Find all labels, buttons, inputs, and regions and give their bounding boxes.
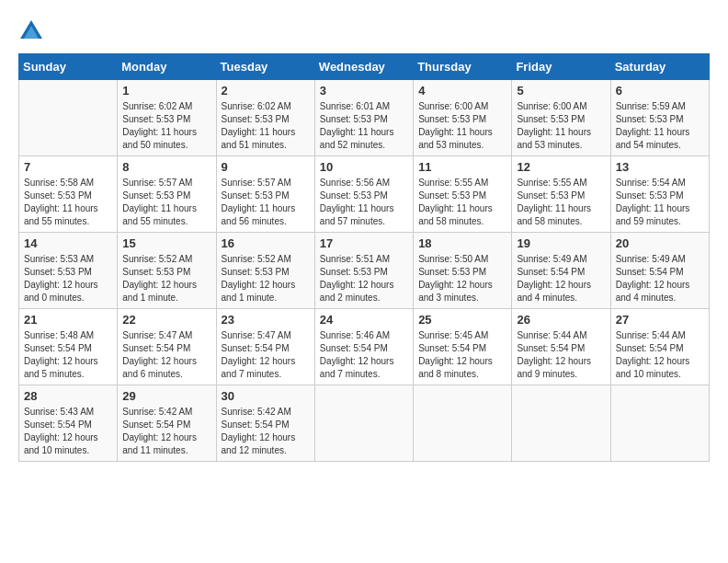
day-info: Sunrise: 5:49 AM Sunset: 5:54 PM Dayligh… [616, 253, 704, 304]
day-header-friday: Friday [512, 54, 610, 80]
calendar-cell: 6Sunrise: 5:59 AM Sunset: 5:53 PM Daylig… [610, 80, 709, 156]
day-number: 15 [122, 236, 210, 250]
day-info: Sunrise: 5:46 AM Sunset: 5:54 PM Dayligh… [320, 329, 408, 381]
day-number: 24 [320, 313, 408, 327]
day-info: Sunrise: 5:55 AM Sunset: 5:53 PM Dayligh… [418, 177, 506, 228]
day-number: 4 [418, 84, 506, 98]
calendar-cell: 4Sunrise: 6:00 AM Sunset: 5:53 PM Daylig… [414, 80, 512, 156]
calendar-cell: 14Sunrise: 5:53 AM Sunset: 5:53 PM Dayli… [19, 233, 118, 309]
day-info: Sunrise: 5:57 AM Sunset: 5:53 PM Dayligh… [222, 177, 310, 228]
logo [18, 18, 48, 44]
calendar-cell: 21Sunrise: 5:48 AM Sunset: 5:54 PM Dayli… [19, 309, 118, 385]
header-row: SundayMondayTuesdayWednesdayThursdayFrid… [19, 54, 710, 80]
day-info: Sunrise: 5:51 AM Sunset: 5:53 PM Dayligh… [320, 253, 408, 304]
day-info: Sunrise: 5:47 AM Sunset: 5:54 PM Dayligh… [222, 329, 310, 381]
day-info: Sunrise: 5:52 AM Sunset: 5:53 PM Dayligh… [122, 253, 210, 304]
day-info: Sunrise: 5:42 AM Sunset: 5:54 PM Dayligh… [122, 406, 210, 457]
day-header-sunday: Sunday [19, 54, 118, 80]
day-info: Sunrise: 6:01 AM Sunset: 5:53 PM Dayligh… [320, 100, 408, 152]
day-info: Sunrise: 5:52 AM Sunset: 5:53 PM Dayligh… [222, 253, 310, 304]
day-info: Sunrise: 5:47 AM Sunset: 5:54 PM Dayligh… [122, 329, 210, 381]
day-info: Sunrise: 5:58 AM Sunset: 5:53 PM Dayligh… [24, 177, 112, 228]
day-info: Sunrise: 5:57 AM Sunset: 5:53 PM Dayligh… [122, 177, 210, 228]
day-number: 19 [517, 236, 605, 250]
day-info: Sunrise: 6:02 AM Sunset: 5:53 PM Dayligh… [222, 100, 310, 152]
day-info: Sunrise: 5:50 AM Sunset: 5:53 PM Dayligh… [418, 253, 506, 304]
calendar-cell: 22Sunrise: 5:47 AM Sunset: 5:54 PM Dayli… [118, 309, 216, 385]
week-row-4: 21Sunrise: 5:48 AM Sunset: 5:54 PM Dayli… [19, 309, 710, 385]
day-number: 20 [616, 236, 704, 250]
calendar-cell: 1Sunrise: 6:02 AM Sunset: 5:53 PM Daylig… [118, 80, 216, 156]
week-row-2: 7Sunrise: 5:58 AM Sunset: 5:53 PM Daylig… [19, 156, 710, 233]
calendar-cell: 24Sunrise: 5:46 AM Sunset: 5:54 PM Dayli… [314, 309, 413, 385]
day-info: Sunrise: 5:59 AM Sunset: 5:53 PM Dayligh… [616, 100, 704, 152]
day-info: Sunrise: 5:48 AM Sunset: 5:54 PM Dayligh… [24, 329, 112, 381]
calendar-cell: 28Sunrise: 5:43 AM Sunset: 5:54 PM Dayli… [19, 385, 118, 462]
calendar-cell: 8Sunrise: 5:57 AM Sunset: 5:53 PM Daylig… [118, 156, 216, 233]
day-info: Sunrise: 6:00 AM Sunset: 5:53 PM Dayligh… [517, 100, 605, 152]
calendar-cell: 11Sunrise: 5:55 AM Sunset: 5:53 PM Dayli… [414, 156, 512, 233]
calendar-cell: 30Sunrise: 5:42 AM Sunset: 5:54 PM Dayli… [216, 385, 314, 462]
day-info: Sunrise: 5:42 AM Sunset: 5:54 PM Dayligh… [222, 406, 310, 457]
calendar-cell: 27Sunrise: 5:44 AM Sunset: 5:54 PM Dayli… [610, 309, 709, 385]
day-number: 12 [517, 160, 605, 174]
day-number: 26 [517, 313, 605, 327]
day-info: Sunrise: 6:02 AM Sunset: 5:53 PM Dayligh… [122, 100, 210, 152]
day-number: 28 [24, 389, 112, 403]
day-number: 16 [222, 236, 310, 250]
day-number: 6 [616, 84, 704, 98]
day-number: 18 [418, 236, 506, 250]
day-info: Sunrise: 5:45 AM Sunset: 5:54 PM Dayligh… [418, 329, 506, 381]
day-info: Sunrise: 5:49 AM Sunset: 5:54 PM Dayligh… [517, 253, 605, 304]
day-number: 3 [320, 84, 408, 98]
calendar-cell: 7Sunrise: 5:58 AM Sunset: 5:53 PM Daylig… [19, 156, 118, 233]
day-info: Sunrise: 5:56 AM Sunset: 5:53 PM Dayligh… [320, 177, 408, 228]
day-number: 8 [122, 160, 210, 174]
calendar-cell: 9Sunrise: 5:57 AM Sunset: 5:53 PM Daylig… [216, 156, 314, 233]
calendar-cell: 3Sunrise: 6:01 AM Sunset: 5:53 PM Daylig… [314, 80, 413, 156]
day-header-wednesday: Wednesday [314, 54, 413, 80]
day-number: 5 [517, 84, 605, 98]
day-info: Sunrise: 5:54 AM Sunset: 5:53 PM Dayligh… [616, 177, 704, 228]
calendar-cell: 20Sunrise: 5:49 AM Sunset: 5:54 PM Dayli… [610, 233, 709, 309]
page-header [18, 18, 710, 44]
day-header-saturday: Saturday [610, 54, 709, 80]
calendar-cell: 23Sunrise: 5:47 AM Sunset: 5:54 PM Dayli… [216, 309, 314, 385]
calendar-cell: 10Sunrise: 5:56 AM Sunset: 5:53 PM Dayli… [314, 156, 413, 233]
calendar-cell: 2Sunrise: 6:02 AM Sunset: 5:53 PM Daylig… [216, 80, 314, 156]
logo-icon [18, 18, 44, 44]
day-info: Sunrise: 5:44 AM Sunset: 5:54 PM Dayligh… [616, 329, 704, 381]
week-row-3: 14Sunrise: 5:53 AM Sunset: 5:53 PM Dayli… [19, 233, 710, 309]
week-row-1: 1Sunrise: 6:02 AM Sunset: 5:53 PM Daylig… [19, 80, 710, 156]
calendar-cell: 15Sunrise: 5:52 AM Sunset: 5:53 PM Dayli… [118, 233, 216, 309]
week-row-5: 28Sunrise: 5:43 AM Sunset: 5:54 PM Dayli… [19, 385, 710, 462]
calendar-cell: 26Sunrise: 5:44 AM Sunset: 5:54 PM Dayli… [512, 309, 610, 385]
day-number: 11 [418, 160, 506, 174]
calendar-cell: 18Sunrise: 5:50 AM Sunset: 5:53 PM Dayli… [414, 233, 512, 309]
calendar-cell: 25Sunrise: 5:45 AM Sunset: 5:54 PM Dayli… [414, 309, 512, 385]
day-number: 1 [122, 84, 210, 98]
calendar-cell [414, 385, 512, 462]
day-info: Sunrise: 5:43 AM Sunset: 5:54 PM Dayligh… [24, 406, 112, 457]
day-number: 2 [222, 84, 310, 98]
calendar-table: SundayMondayTuesdayWednesdayThursdayFrid… [18, 53, 710, 462]
day-number: 30 [222, 389, 310, 403]
day-header-thursday: Thursday [414, 54, 512, 80]
day-info: Sunrise: 6:00 AM Sunset: 5:53 PM Dayligh… [418, 100, 506, 152]
calendar-cell [610, 385, 709, 462]
day-info: Sunrise: 5:44 AM Sunset: 5:54 PM Dayligh… [517, 329, 605, 381]
day-number: 14 [24, 236, 112, 250]
day-number: 9 [222, 160, 310, 174]
day-number: 29 [122, 389, 210, 403]
day-number: 13 [616, 160, 704, 174]
calendar-cell: 19Sunrise: 5:49 AM Sunset: 5:54 PM Dayli… [512, 233, 610, 309]
calendar-cell: 17Sunrise: 5:51 AM Sunset: 5:53 PM Dayli… [314, 233, 413, 309]
day-number: 25 [418, 313, 506, 327]
calendar-cell [19, 80, 118, 156]
day-number: 10 [320, 160, 408, 174]
day-number: 7 [24, 160, 112, 174]
day-number: 23 [222, 313, 310, 327]
day-header-tuesday: Tuesday [216, 54, 314, 80]
calendar-cell: 12Sunrise: 5:55 AM Sunset: 5:53 PM Dayli… [512, 156, 610, 233]
calendar-cell [512, 385, 610, 462]
